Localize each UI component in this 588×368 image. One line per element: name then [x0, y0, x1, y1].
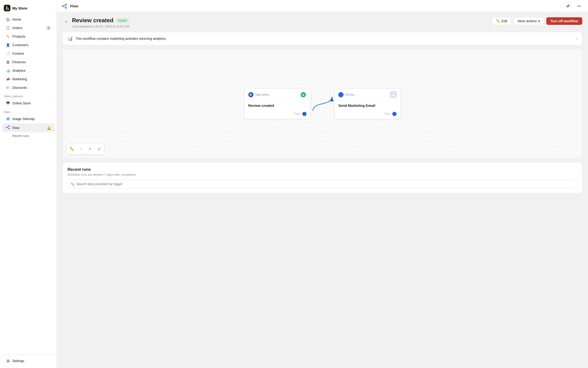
- sidebar-item-discounts-label: Discounts: [12, 86, 27, 90]
- main-content: Flow 📌 ••• Review created Active Last up…: [57, 0, 588, 368]
- sidebar-item-products[interactable]: 🏷️ Products: [2, 32, 55, 40]
- trigger-then-label: Then: [294, 112, 300, 116]
- sidebar-item-customers-label: Customers: [12, 43, 28, 47]
- topbar-app-icon: [62, 3, 67, 9]
- svg-point-6: [65, 4, 67, 5]
- more-options-button[interactable]: •••: [575, 2, 583, 10]
- sidebar-item-analytics-label: Analytics: [12, 69, 26, 73]
- pin-icon: 📌: [566, 4, 570, 8]
- marketing-icon: 📣: [6, 77, 10, 81]
- canvas-zoom-in-button[interactable]: +: [86, 145, 94, 153]
- sidebar-item-image-sitemap-label: Image Sitemap: [12, 117, 35, 121]
- svg-text:★: ★: [302, 93, 305, 97]
- sidebar-item-image-sitemap[interactable]: 🗺️ Image Sitemap: [2, 115, 55, 123]
- apps-section: Apps ›: [0, 108, 57, 115]
- sidebar-sub-item-recent-runs[interactable]: Recent runs: [2, 133, 55, 139]
- home-icon: 🏠: [6, 17, 10, 22]
- canvas-zoom-out-button[interactable]: −: [77, 145, 85, 153]
- canvas-nodes: Start when... ★ Review created Then: [244, 88, 401, 119]
- sidebar-item-finances-label: Finances: [12, 60, 26, 64]
- edit-button[interactable]: ✏️ Edit: [492, 17, 511, 25]
- content-icon: 📄: [6, 51, 10, 56]
- sidebar-item-content[interactable]: 📄 Content: [2, 49, 55, 57]
- sales-channels-chevron[interactable]: ›: [52, 95, 53, 98]
- svg-marker-10: [250, 93, 252, 96]
- action-node-footer: Then: [335, 110, 400, 119]
- svg-point-5: [62, 5, 64, 7]
- search-input-wrap: 🔍: [67, 180, 577, 188]
- fit-icon: ⤢: [98, 147, 101, 151]
- page-title: Review created: [72, 17, 113, 24]
- action-then-circle[interactable]: [392, 112, 397, 116]
- discounts-icon: 🏷: [6, 85, 10, 90]
- trigger-header-label: Start when...: [255, 93, 271, 96]
- more-actions-button[interactable]: More actions ▾: [513, 17, 544, 25]
- page-subtitle: Last updated on Jul 31, 2024 at 12:51 PM: [72, 25, 492, 28]
- sidebar-item-flow[interactable]: Flow 🔔: [2, 123, 55, 132]
- pin-button[interactable]: 📌: [563, 2, 572, 10]
- page-header: Review created Active Last updated on Ju…: [63, 17, 582, 28]
- sidebar-bottom: ⚙️ Settings: [0, 355, 57, 365]
- svg-line-9: [64, 6, 65, 8]
- sidebar-item-home-label: Home: [12, 18, 21, 21]
- connector-svg: [311, 90, 334, 118]
- image-sitemap-icon: 🗺️: [6, 117, 10, 121]
- canvas-area[interactable]: Start when... ★ Review created Then: [63, 49, 582, 158]
- sidebar-item-settings[interactable]: ⚙️ Settings: [2, 357, 55, 365]
- action-node-body: Send Marketing Email: [335, 101, 400, 110]
- apps-chevron[interactable]: ›: [52, 111, 53, 113]
- svg-line-3: [7, 127, 9, 128]
- sidebar-item-content-label: Content: [12, 52, 24, 55]
- trigger-node-title: Review created: [248, 103, 307, 108]
- sidebar-item-settings-label: Settings: [12, 359, 24, 363]
- chevron-down-icon: ▾: [538, 19, 540, 23]
- recent-runs-title: Recent runs: [67, 167, 577, 172]
- analytics-banner-text: This workflow contains marketing activit…: [75, 37, 573, 40]
- sidebar-item-orders[interactable]: 📋 Orders 1: [2, 24, 55, 32]
- svg-line-8: [64, 5, 65, 6]
- search-icon: 🔍: [70, 182, 75, 186]
- sidebar-item-home[interactable]: 🏠 Home: [2, 15, 55, 23]
- sales-channels-section: Sales channels ›: [0, 92, 57, 99]
- edit-label: Edit: [502, 19, 507, 23]
- sidebar-item-flow-label: Flow: [12, 126, 19, 130]
- canvas-fit-button[interactable]: ⤢: [95, 145, 103, 153]
- plus-icon: +: [89, 147, 91, 151]
- canvas-edit-button[interactable]: ✏️: [68, 145, 76, 153]
- active-badge: Active: [116, 18, 129, 23]
- recent-runs-subtitle: Workflow runs are deleted 7 days after c…: [67, 173, 577, 176]
- sidebar-item-customers[interactable]: 👤 Customers: [2, 41, 55, 49]
- turn-off-workflow-button[interactable]: Turn off workflow: [546, 17, 582, 25]
- topbar: Flow 📌 •••: [57, 0, 588, 12]
- products-icon: 🏷️: [6, 34, 10, 39]
- trigger-node[interactable]: Start when... ★ Review created Then: [244, 88, 311, 119]
- workflow-canvas: Start when... ★ Review created Then: [63, 49, 582, 158]
- sidebar: My Store 🏠 Home 📋 Orders 1 🏷️ Products 👤…: [0, 0, 57, 368]
- flow-icon: [6, 125, 10, 130]
- svg-line-4: [7, 127, 9, 129]
- sidebar-item-online-store-label: Online Store: [12, 101, 31, 105]
- action-node-header: Do this...: [335, 89, 400, 101]
- sidebar-item-finances[interactable]: 🏦 Finances: [2, 58, 55, 66]
- action-node-title: Send Marketing Email: [338, 103, 397, 108]
- page-main: Review created Active Last updated on Ju…: [57, 12, 588, 368]
- customers-icon: 👤: [6, 43, 10, 47]
- sidebar-item-online-store[interactable]: 🖥️ Online Store: [2, 99, 55, 107]
- sidebar-item-marketing[interactable]: 📣 Marketing: [2, 75, 55, 83]
- trigger-then-circle[interactable]: [302, 112, 307, 116]
- back-button[interactable]: [63, 18, 70, 26]
- online-store-icon: 🖥️: [6, 101, 10, 105]
- sidebar-item-discounts[interactable]: 🏷 Discounts: [2, 83, 55, 92]
- edit-icon: ✏️: [496, 19, 500, 23]
- search-input[interactable]: [67, 180, 577, 188]
- action-node[interactable]: Do this... Send Marketing Email Then: [334, 88, 401, 119]
- analytics-banner[interactable]: 📊 This workflow contains marketing activ…: [63, 32, 582, 45]
- page-title-section: Review created Active Last updated on Ju…: [72, 17, 492, 28]
- analytics-banner-icon: 📊: [67, 36, 73, 41]
- trigger-node-body: Review created: [244, 101, 310, 110]
- bell-icon[interactable]: 🔔: [47, 126, 51, 130]
- sidebar-item-analytics[interactable]: 📊 Analytics: [2, 66, 55, 74]
- analytics-icon: 📊: [6, 68, 10, 73]
- recent-runs-sub-label: Recent runs: [12, 134, 29, 138]
- topbar-title: Flow: [70, 4, 78, 8]
